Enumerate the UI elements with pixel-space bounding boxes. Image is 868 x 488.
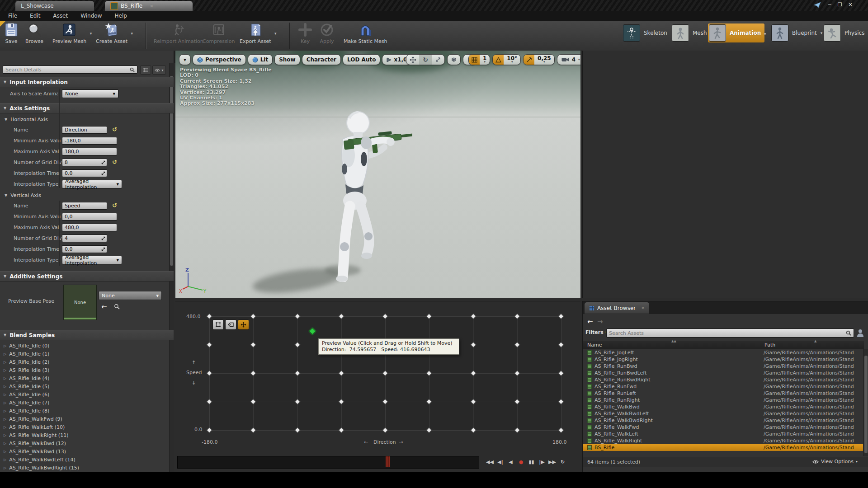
sample-point[interactable] (382, 314, 388, 319)
v-min-field[interactable]: 0,0 (62, 213, 117, 221)
notification-icon[interactable] (814, 2, 821, 8)
chevron-down-icon[interactable]: ▾ (764, 32, 766, 36)
scale-snap-button[interactable]: 0,25▾ (523, 54, 555, 65)
sample-point[interactable] (338, 427, 344, 433)
details-view-grid-icon[interactable] (140, 66, 151, 75)
label-tool-icon[interactable] (225, 319, 236, 330)
section-axis-settings[interactable]: ▼ Axis Settings (0, 103, 174, 113)
spinner-icon[interactable] (101, 247, 105, 251)
AS_Rifle_WalkRight[interactable]: AS_Rifle_WalkRight /Game/RifleAnims/Anim… (583, 437, 864, 444)
expander-arrow-icon[interactable]: ▷ (4, 385, 6, 389)
reset-icon[interactable]: ↺ (112, 202, 117, 209)
AS_Rifle_RunBwdRight[interactable]: AS_Rifle_RunBwdRight /Game/RifleAnims/An… (583, 376, 864, 383)
sample-point[interactable] (382, 399, 388, 405)
AS_Rifle_RunFwd[interactable]: AS_Rifle_RunFwd /Game/RifleAnims/Animati… (583, 383, 864, 390)
filters-button[interactable]: Filters ▾ (585, 329, 607, 335)
close-window-button[interactable]: ✕ (849, 2, 853, 8)
sample-point[interactable] (207, 399, 212, 405)
blend-sample-item[interactable]: ▷ AS_Rifle_WalkBwd (12) (0, 439, 168, 447)
sample-point[interactable] (294, 399, 300, 405)
spinner-icon[interactable] (101, 160, 105, 164)
AS_Rifle_RunLeft[interactable]: AS_Rifle_RunLeft /Game/RifleAnims/Animat… (583, 390, 864, 397)
window-tab-bs-rifle[interactable]: BS_Rifle ✕ (105, 1, 193, 11)
mode-animation-button[interactable]: Animation (708, 23, 764, 42)
to-front-button[interactable]: ◀◀ (485, 456, 495, 468)
sample-point[interactable] (514, 399, 520, 405)
create-asset-button[interactable]: Create Asset ▾ (96, 22, 127, 44)
sample-point[interactable] (470, 399, 476, 405)
sample-point[interactable] (338, 371, 344, 376)
sample-point[interactable] (250, 399, 256, 405)
v-max-field[interactable]: 480,0 (62, 224, 117, 231)
pause-button[interactable]: ▮▮ (526, 456, 537, 468)
timeline-marker[interactable] (386, 456, 390, 467)
sort-icon[interactable]: ▲ (814, 339, 816, 343)
h-interp-time-spinner[interactable]: 0,0 (62, 169, 107, 177)
expander-arrow-icon[interactable]: ▷ (4, 376, 6, 380)
mode-blueprint-button[interactable]: Blueprint ▾ (771, 24, 822, 42)
h-grid-spinner[interactable]: 8 (62, 159, 107, 166)
expander-arrow-icon[interactable]: ▷ (4, 466, 6, 470)
expander-arrow-icon[interactable]: ▷ (4, 360, 6, 364)
sample-point[interactable] (470, 314, 476, 319)
sample-point[interactable] (558, 399, 564, 405)
preview-character-mesh[interactable] (290, 101, 412, 282)
minimize-button[interactable]: ─ (828, 2, 831, 8)
angle-snap-button[interactable]: 10°▾ (492, 54, 521, 65)
expander-arrow-icon[interactable]: ▷ (4, 344, 6, 348)
column-header-name[interactable]: Name (587, 342, 602, 348)
mode-skeleton-button[interactable]: Skeleton (623, 24, 667, 42)
step-back-button[interactable]: ◀| (495, 456, 505, 468)
search-details-input[interactable]: Search Details (3, 66, 137, 74)
v-grid-spinner[interactable]: 4 (62, 235, 107, 242)
blend-sample-item[interactable]: ▷ AS_Rifle_WalkLeft (10) (0, 423, 168, 431)
grid-snap-button[interactable]: 1▾ (468, 54, 490, 65)
blend-sample-item[interactable]: ▷ AS_Rifle_Idle (1) (0, 350, 168, 358)
browse-button[interactable]: Browse (25, 22, 43, 44)
translate-tool-icon[interactable] (406, 54, 419, 65)
sample-point[interactable] (382, 371, 388, 376)
step-forward-button[interactable]: |▶ (537, 456, 547, 468)
key-button[interactable]: Key (297, 22, 313, 44)
h-interp-type-dropdown[interactable]: Averaged Interpolation ▾ (62, 180, 122, 188)
subsection-horizontal-axis[interactable]: ▼ Horizontal Axis (0, 115, 174, 124)
reset-icon[interactable]: ↺ (112, 159, 117, 165)
view-options-button[interactable]: View Options ▾ (812, 459, 858, 465)
blend-sample-item[interactable]: ▷ AS_Rifle_WalkFwd (9) (0, 415, 168, 423)
v-name-field[interactable]: Speed (62, 202, 107, 210)
expander-arrow-icon[interactable]: ▷ (4, 433, 6, 437)
sample-point[interactable] (338, 399, 344, 405)
sample-point[interactable] (250, 314, 256, 319)
blend-sample-item[interactable]: ▷ AS_Rifle_WalkRight (11) (0, 431, 168, 439)
blend-sample-item[interactable]: ▷ AS_Rifle_Idle (5) (0, 382, 168, 390)
AS_Rifle_WalkLeft[interactable]: AS_Rifle_WalkLeft /Game/RifleAnims/Anima… (583, 431, 864, 437)
column-header-path[interactable]: Path (764, 342, 775, 348)
sample-point[interactable] (470, 342, 476, 348)
AS_Rifle_RunBwdLeft[interactable]: AS_Rifle_RunBwdLeft /Game/RifleAnims/Ani… (583, 370, 864, 376)
h-name-field[interactable]: Direction (62, 126, 107, 134)
sample-point[interactable] (294, 427, 300, 433)
move-preview-icon[interactable] (238, 319, 249, 330)
sample-point[interactable] (558, 427, 564, 433)
loop-button[interactable]: ↻ (557, 456, 568, 468)
expander-arrow-icon[interactable]: ▷ (4, 368, 6, 372)
apply-button[interactable]: Apply (319, 22, 335, 44)
mode-mesh-button[interactable]: Mesh (672, 24, 707, 42)
AS_Rifle_WalkFwd[interactable]: AS_Rifle_WalkFwd /Game/RifleAnims/Animat… (583, 424, 864, 431)
AS_Rifle_WalkBwdLeft[interactable]: AS_Rifle_WalkBwdLeft /Game/RifleAnims/An… (583, 410, 864, 417)
blend-sample-item[interactable]: ▷ AS_Rifle_WalkBwdLeft (14) (0, 455, 168, 464)
sample-point[interactable] (514, 371, 520, 376)
spinner-icon[interactable] (101, 236, 105, 240)
h-min-field[interactable]: -180,0 (62, 137, 117, 145)
export-asset-button[interactable]: Export Asset ▾ (240, 22, 271, 44)
expander-arrow-icon[interactable]: ▷ (4, 409, 6, 413)
blend-sample-item[interactable]: ▷ AS_Rifle_Idle (2) (0, 358, 168, 366)
v-interp-time-spinner[interactable]: 0,0 (62, 245, 107, 253)
sample-point[interactable] (294, 342, 300, 348)
sample-point[interactable] (207, 314, 212, 319)
sample-point[interactable] (294, 314, 300, 319)
expander-arrow-icon[interactable]: ▷ (4, 401, 6, 405)
sample-point[interactable] (250, 427, 256, 433)
sample-point[interactable] (207, 342, 212, 348)
blend-sample-item[interactable]: ▷ AS_Rifle_Idle (4) (0, 374, 168, 382)
